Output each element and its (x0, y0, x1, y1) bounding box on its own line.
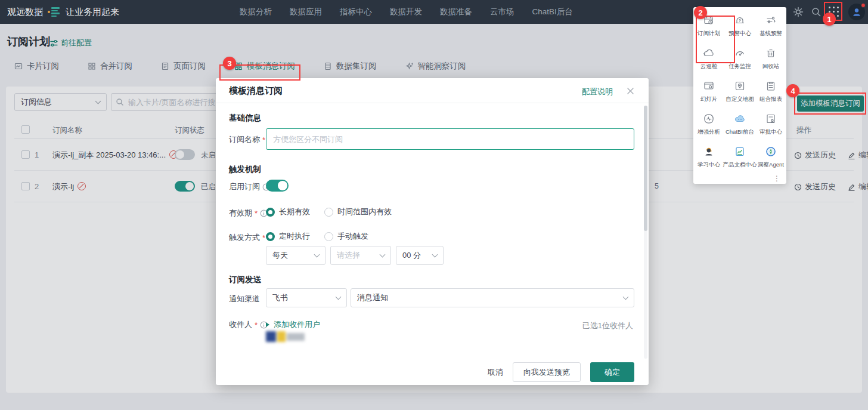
trigger-field-label: 触发方式* (229, 232, 265, 243)
validity-radio-group: 长期有效 时间范围内有效 (266, 206, 392, 217)
grid-item-label: 自定义地图 (726, 95, 754, 103)
search-icon[interactable] (811, 7, 822, 20)
radio-icon (324, 232, 333, 241)
nav-item-data-analysis[interactable]: 数据分析 (240, 7, 272, 17)
settings-gear-icon[interactable] (793, 7, 804, 20)
grid-item-label: ChatBI前台 (726, 128, 754, 136)
nav-item-data-prep[interactable]: 数据准备 (440, 7, 472, 17)
section-send: 订阅发送 (229, 275, 261, 285)
channel-type-select[interactable]: 消息通知 (351, 288, 634, 307)
grid-item-learning-center[interactable]: 学习中心 (693, 146, 724, 178)
trigger-radio-group: 定时执行 手动触发 (266, 231, 368, 242)
minute-value: 00 分 (402, 250, 421, 261)
grid-item-cloud-inspection[interactable]: 云巡检 (693, 47, 724, 80)
section-basic-info: 基础信息 (229, 113, 261, 124)
insight-compass-icon (765, 146, 777, 158)
label-text: 触发方式 (229, 232, 260, 243)
brand-logo-icon (48, 7, 61, 17)
name-field-label: 订阅名称* (229, 134, 265, 145)
approval-doc-icon (765, 113, 777, 125)
grid-item-baseline-alert[interactable]: 基线预警 (755, 14, 786, 47)
grid-item-insight-agent[interactable]: 洞察Agent (755, 146, 786, 178)
nav-item-cloud-market[interactable]: 云市场 (490, 7, 514, 17)
app-grid-dropdown: 订阅计划 预警中心 基线预警 云巡检 任务监控 回收站 幻灯片 自定义地图 组合… (693, 7, 786, 184)
grid-item-subscription-plan[interactable]: 订阅计划 (693, 14, 724, 47)
pulse-badge-icon (703, 113, 715, 125)
chevron-down-icon (336, 294, 342, 300)
recipient-field-label: 收件人* (229, 319, 268, 330)
brand-slogan: 让业务用起来 (66, 7, 119, 18)
grid-item-custom-map[interactable]: 自定义地图 (724, 80, 755, 113)
grid-item-label: 审批中心 (760, 128, 782, 136)
label-text: 通知渠道 (229, 294, 260, 304)
validity-field-label: 有效期* (229, 208, 268, 218)
annotation-badge-4: 4 (786, 84, 799, 97)
modal-header: 模板消息订阅 配置说明 (216, 78, 649, 103)
channel-type-value: 消息通知 (357, 292, 388, 303)
time-select[interactable]: 请选择 (330, 246, 391, 265)
radio-selected-icon (266, 232, 275, 241)
grid-item-label: 预警中心 (728, 30, 751, 38)
channel-field-label: 通知渠道 (229, 294, 260, 304)
enable-field-label: 启用订阅 (229, 181, 270, 192)
grid-item-chatbi-front[interactable]: ChatBI前台 (724, 113, 755, 146)
radio-scheduled[interactable]: 定时执行 (266, 231, 310, 242)
chevron-down-icon (380, 251, 386, 257)
enable-subscription-toggle[interactable] (266, 180, 289, 192)
label-text: 订阅名称 (229, 134, 260, 145)
baseline-sliders-icon (765, 14, 777, 26)
channel-value: 飞书 (272, 292, 288, 303)
radio-selected-icon (266, 208, 275, 217)
caret-right-icon (266, 322, 269, 327)
nav-item-metric-center[interactable]: 指标中心 (340, 7, 372, 17)
channel-select[interactable]: 飞书 (266, 288, 347, 307)
subscription-name-input[interactable] (266, 128, 634, 150)
grid-item-augmented-analytics[interactable]: 增强分析 (693, 113, 724, 146)
radio-manual[interactable]: 手动触发 (324, 231, 368, 242)
modal-title: 模板消息订阅 (229, 85, 283, 97)
product-docs-icon (734, 146, 746, 158)
nav-item-data-apps[interactable]: 数据应用 (290, 7, 322, 17)
grid-item-label: 任务监控 (728, 63, 751, 70)
trash-icon (765, 47, 777, 59)
grid-item-label: 基线预警 (760, 30, 782, 38)
radio-label: 时间范围内有效 (337, 206, 392, 217)
grid-item-label: 学习中心 (698, 161, 720, 169)
config-help-link[interactable]: 配置说明 (582, 87, 613, 97)
template-subscription-modal: 模板消息订阅 配置说明 基础信息 订阅名称* 触发机制 启用订阅 有效期* 长期… (216, 78, 649, 385)
chevron-down-icon (314, 251, 320, 257)
label-text: 启用订阅 (229, 181, 260, 192)
grid-item-combined-report[interactable]: 组合报表 (755, 80, 786, 113)
nav-item-chatbi-admin[interactable]: ChatBI后台 (532, 7, 573, 17)
send-preview-button[interactable]: 向我发送预览 (513, 362, 581, 382)
modal-scrollbar-thumb[interactable] (644, 106, 647, 231)
radio-time-range[interactable]: 时间范围内有效 (324, 206, 392, 217)
cancel-button[interactable]: 取消 (488, 367, 503, 378)
chatbi-cloud-icon (734, 113, 746, 125)
main-nav-menu: 数据分析 数据应用 指标中心 数据开发 数据准备 云市场 ChatBI后台 (240, 0, 573, 24)
grid-item-product-docs[interactable]: 产品文档中心 (724, 146, 755, 178)
nav-item-data-dev[interactable]: 数据开发 (390, 7, 422, 17)
close-icon[interactable] (627, 87, 634, 97)
brand-name: 观远数据 (7, 7, 43, 18)
annotation-badge-1: 1 (823, 13, 836, 26)
grid-item-slideshow[interactable]: 幻灯片 (693, 80, 724, 113)
grid-item-task-monitor[interactable]: 任务监控 (724, 47, 755, 80)
grid-item-approval-center[interactable]: 审批中心 (755, 113, 786, 146)
confirm-button[interactable]: 确定 (590, 362, 634, 382)
radio-long-term[interactable]: 长期有效 (266, 206, 310, 217)
gauge-icon (734, 47, 746, 59)
grid-item-label: 产品文档中心 (723, 161, 757, 169)
minute-select[interactable]: 00 分 (396, 246, 444, 265)
chevron-down-icon (432, 251, 438, 257)
required-mark: * (255, 320, 258, 329)
label-text: 有效期 (229, 208, 252, 218)
slideshow-icon (703, 80, 715, 92)
more-dots[interactable]: ⋮ (773, 174, 780, 183)
radio-label: 长期有效 (279, 206, 310, 217)
grid-item-recycle-bin[interactable]: 回收站 (755, 47, 786, 80)
grid-item-alert-center[interactable]: 预警中心 (724, 14, 755, 47)
frequency-select[interactable]: 每天 (266, 246, 326, 265)
add-recipient-link[interactable]: 添加收件用户 (266, 319, 320, 330)
frequency-value: 每天 (272, 250, 288, 261)
